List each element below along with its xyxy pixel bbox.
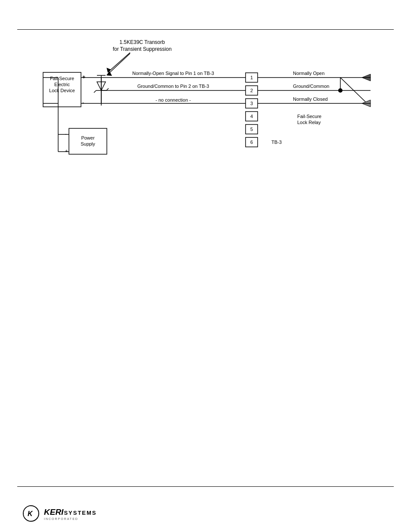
transorb-title-line1: 1.5KE39C Transorb — [119, 39, 165, 45]
svg-marker-3 — [106, 71, 112, 76]
pin1-label: 1 — [250, 75, 253, 80]
svg-line-29 — [340, 78, 366, 103]
footer: K KERI SYSTEMS INCORPORATED — [22, 504, 97, 523]
normally-open-signal-label: Normally-Open Signal to Pin 1 on TB-3 — [132, 71, 214, 76]
systems-text: SYSTEMS — [64, 510, 97, 516]
top-rule — [17, 29, 394, 30]
minus-top-label: - — [82, 100, 84, 106]
no-connection-label: - no connection - — [156, 97, 191, 103]
tb3-label: TB-3 — [271, 140, 282, 145]
transorb-title-line2: for Transient Suppression — [113, 46, 172, 52]
keri-text: KERI — [44, 507, 63, 517]
pin5-label: 5 — [250, 127, 253, 132]
fail-secure-label: Fail-Secure — [50, 76, 74, 81]
pin4-label: 4 — [250, 114, 253, 119]
ground-common-label: Ground/Common to Pin 2 on TB-3 — [137, 84, 209, 89]
svg-line-9 — [94, 90, 96, 93]
ps-plus-label: + — [65, 148, 68, 153]
lock-device-label: Lock Device — [49, 88, 75, 93]
power-supply-label-line2: Supply — [81, 141, 95, 146]
logo-icon: K — [22, 504, 43, 523]
svg-marker-1 — [105, 66, 111, 72]
ps-minus-label: - — [65, 131, 67, 136]
svg-text:K: K — [28, 510, 33, 517]
svg-line-2 — [109, 53, 130, 73]
incorporated-text: INCORPORATED — [44, 517, 97, 520]
pin2-label: 2 — [250, 88, 253, 93]
normally-closed-label: Normally Closed — [293, 96, 328, 102]
pin6-label: 6 — [250, 140, 253, 145]
wiring-diagram: 1.5KE39C Transorb for Transient Suppress… — [17, 34, 394, 190]
plus-top-label: + — [82, 74, 85, 80]
normally-open-right-label: Normally Open — [293, 71, 324, 76]
electric-label: Electric — [54, 82, 70, 87]
svg-line-0 — [108, 53, 130, 72]
power-supply-label-line1: Power — [81, 135, 95, 140]
pin3-label: 3 — [250, 101, 253, 106]
ground-common-right-label: Ground/Common — [293, 84, 329, 89]
keri-logo: K KERI SYSTEMS INCORPORATED — [22, 504, 97, 523]
fail-secure-relay-line1: Fail-Secure — [297, 114, 321, 119]
bottom-rule — [17, 486, 394, 487]
page-container: 1.5KE39C Transorb for Transient Suppress… — [0, 0, 411, 532]
fail-secure-relay-line2: Lock Relay — [297, 120, 321, 125]
